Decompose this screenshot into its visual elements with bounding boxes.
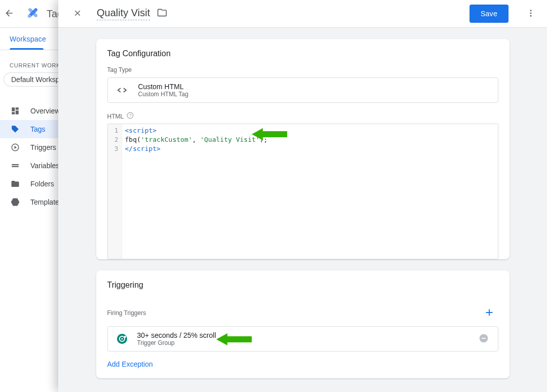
- card-heading: Tag Configuration: [96, 39, 510, 65]
- svg-rect-4: [12, 164, 19, 165]
- gtm-logo-icon: [25, 5, 41, 22]
- sidebar-item-label: Overview: [30, 107, 60, 115]
- plus-icon: [484, 307, 495, 320]
- remove-trigger-button[interactable]: [477, 332, 491, 346]
- variables-icon: [10, 161, 20, 171]
- code-icon: [115, 83, 129, 97]
- help-icon[interactable]: ?: [127, 112, 134, 121]
- card-heading: Triggering: [96, 270, 510, 297]
- tag-type-selector[interactable]: Custom HTML Custom HTML Tag: [107, 77, 498, 103]
- trigger-name: 30+ seconds / 25% scroll: [137, 331, 216, 339]
- sidebar-item-label: Folders: [30, 180, 54, 188]
- current-workspace-chip[interactable]: Default Worksp: [4, 72, 66, 87]
- sidebar-item-label: Tags: [30, 125, 46, 133]
- tab-underline: [10, 48, 44, 50]
- save-button[interactable]: Save: [470, 5, 509, 23]
- add-trigger-button[interactable]: [480, 304, 498, 322]
- remove-circle-icon: [479, 333, 489, 345]
- firing-trigger-row[interactable]: 30+ seconds / 25% scroll Trigger Group: [107, 326, 498, 351]
- svg-point-14: [121, 338, 123, 340]
- close-button[interactable]: [67, 4, 88, 24]
- firing-triggers-label: Firing Triggers: [107, 309, 146, 317]
- tag-name-input[interactable]: Quality Visit: [97, 7, 150, 20]
- back-arrow-button[interactable]: [0, 4, 19, 24]
- tag-type-label: Tag Type: [96, 65, 510, 77]
- svg-text:?: ?: [129, 113, 132, 118]
- html-code-editor[interactable]: 123 <script> fbq('trackCustom', 'Quality…: [107, 124, 498, 259]
- add-exception-link[interactable]: Add Exception: [96, 360, 164, 378]
- svg-point-7: [530, 12, 532, 14]
- template-icon: [10, 197, 20, 207]
- sidebar-item-label: Variables: [30, 162, 59, 170]
- tab-workspace[interactable]: Workspace: [10, 28, 46, 50]
- svg-point-8: [530, 15, 532, 16]
- annotation-arrow-icon: [216, 332, 252, 346]
- folder-outline-icon[interactable]: [157, 8, 167, 20]
- triggering-card: Triggering Firing Triggers 30+ seconds /…: [96, 270, 510, 378]
- tag-type-subtitle: Custom HTML Tag: [138, 91, 188, 98]
- folder-icon: [10, 179, 20, 189]
- code-content: <script> fbq('trackCustom', 'Quality Vis…: [122, 124, 271, 259]
- tag-configuration-card: Tag Configuration Tag Type Custom HTML C…: [96, 39, 510, 259]
- svg-marker-18: [216, 333, 252, 345]
- more-vert-icon: [526, 9, 535, 19]
- html-field-label: HTML: [107, 113, 124, 120]
- sidebar-item-label: Triggers: [30, 143, 56, 151]
- svg-point-15: [124, 336, 126, 338]
- more-options-button[interactable]: [521, 4, 541, 24]
- code-gutter: 123: [108, 124, 122, 259]
- tag-type-name: Custom HTML: [138, 83, 188, 91]
- svg-point-6: [530, 10, 532, 11]
- svg-rect-17: [481, 338, 485, 339]
- tag-edit-drawer: Quality Visit Save Tag Configuration Tag…: [58, 0, 547, 392]
- tag-icon: [10, 124, 20, 134]
- dashboard-icon: [10, 106, 20, 116]
- trigger-group-icon: [115, 332, 129, 346]
- close-icon: [73, 9, 82, 19]
- trigger-type: Trigger Group: [137, 339, 216, 346]
- trigger-icon: [10, 142, 20, 152]
- arrow-back-icon: [4, 8, 14, 20]
- svg-rect-5: [12, 166, 19, 167]
